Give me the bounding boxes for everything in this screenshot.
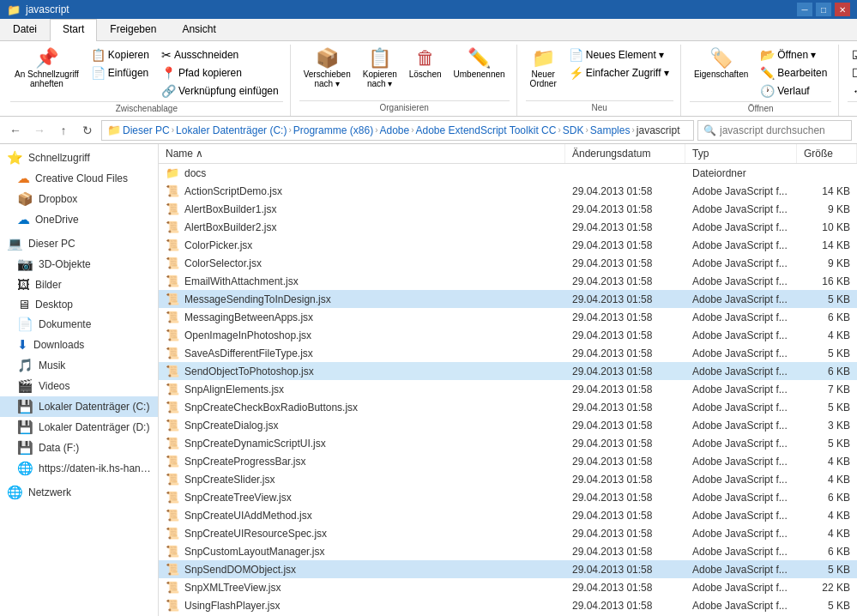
table-row[interactable]: 📜 SnpCreateCheckBoxRadioButtons.jsx 29.0… — [159, 398, 857, 416]
file-name: SnpCreateTreeView.jsx — [184, 492, 292, 504]
properties-button[interactable]: 🏷️ Eigenschaften — [690, 46, 752, 82]
sidebar-item-onedrive[interactable]: ☁ OneDrive — [0, 209, 158, 230]
address-path[interactable]: 📁 Dieser PC › Lokaler Datenträger (C:) ›… — [101, 120, 694, 141]
up-button[interactable]: ↑ — [53, 120, 74, 141]
tab-ansicht[interactable]: Ansicht — [169, 19, 228, 40]
sidebar-item-c-drive[interactable]: 💾 Lokaler Datenträger (C:) — [0, 396, 158, 417]
table-row[interactable]: 📜 SnpCustomLayoutManager.jsx 29.04.2013 … — [159, 542, 857, 560]
path-c-drive[interactable]: Lokaler Datenträger (C:) — [176, 124, 287, 136]
copy-button[interactable]: 📋 Kopieren — [87, 46, 154, 63]
sidebar-item-dieser-pc[interactable]: 💻 Dieser PC — [0, 233, 158, 254]
sidebar-item-desktop[interactable]: 🖥 Desktop — [0, 294, 158, 314]
cut-button[interactable]: ✂ Ausschneiden — [157, 46, 283, 63]
path-sdk[interactable]: SDK — [563, 124, 584, 136]
path-samples[interactable]: Samples — [590, 124, 631, 136]
easy-access-button[interactable]: ⚡ Einfacher Zugriff ▾ — [564, 64, 673, 82]
select-label: Auswählen — [848, 101, 857, 113]
invert-selection-button[interactable]: ↔ Auswahl umkehren — [848, 82, 857, 100]
sidebar-item-videos[interactable]: 🎬 Videos — [0, 376, 158, 396]
table-row[interactable]: 📜 SnpXMLTreeView.jsx 29.04.2013 01:58 Ad… — [159, 578, 857, 596]
col-header-date[interactable]: Änderungsdatum — [565, 144, 685, 163]
sidebar-item-bilder[interactable]: 🖼 Bilder — [0, 275, 158, 294]
select-none-button[interactable]: ☐ Nichts auswählen — [848, 64, 857, 82]
col-header-size[interactable]: Größe — [797, 144, 857, 163]
table-row[interactable]: 📜 AlertBoxBuilder1.jsx 29.04.2013 01:58 … — [159, 200, 857, 218]
delete-button[interactable]: 🗑 Löschen — [405, 46, 446, 82]
table-row[interactable]: 📜 SnpCreateUIAddMethod.jsx 29.04.2013 01… — [159, 506, 857, 524]
file-cell-date: 29.04.2013 01:58 — [565, 544, 685, 559]
back-button[interactable]: ← — [5, 120, 26, 141]
paste-button[interactable]: 📄 Einfügen — [87, 64, 154, 82]
table-row[interactable]: 📜 ColorPicker.jsx 29.04.2013 01:58 Adobe… — [159, 236, 857, 254]
forward-button[interactable]: → — [29, 120, 50, 141]
table-row[interactable]: 📜 SnpCreateSlider.jsx 29.04.2013 01:58 A… — [159, 470, 857, 488]
sidebar-item-downloads[interactable]: ⬇ Downloads — [0, 335, 158, 355]
table-row[interactable]: 📁 docs Dateiordner — [159, 164, 857, 182]
path-programme[interactable]: Programme (x86) — [293, 124, 373, 136]
maximize-button[interactable]: □ — [816, 3, 831, 16]
copy-path-button[interactable]: 📍 Pfad kopieren — [157, 64, 283, 82]
pin-quickaccess-button[interactable]: 📌 An Schnellzugriffanheften — [10, 46, 83, 91]
table-row[interactable]: 📜 AlertBoxBuilder2.jsx 29.04.2013 01:58 … — [159, 218, 857, 236]
table-row[interactable]: 📜 MessagingBetweenApps.jsx 29.04.2013 01… — [159, 308, 857, 326]
file-name: MessageSendingToInDesign.jsx — [184, 293, 331, 305]
copy-to-button[interactable]: 📋 Kopierennach ▾ — [359, 46, 401, 91]
search-box[interactable]: 🔍 — [697, 120, 852, 141]
sidebar-item-musik[interactable]: 🎵 Musik — [0, 355, 158, 376]
file-name: AlertBoxBuilder2.jsx — [184, 221, 276, 233]
tab-datei[interactable]: Datei — [0, 19, 50, 40]
sidebar-item-dropbox[interactable]: 📦 Dropbox — [0, 189, 158, 209]
table-row[interactable]: 📜 SnpCreateProgressBar.jsx 29.04.2013 01… — [159, 452, 857, 470]
col-header-type[interactable]: Typ — [685, 144, 797, 163]
edit-button[interactable]: ✏️ Bearbeiten — [756, 64, 831, 82]
path-javascript[interactable]: javascript — [637, 124, 680, 136]
new-item-button[interactable]: 📄 Neues Element ▾ — [564, 46, 673, 63]
table-row[interactable]: 📜 OpenImageInPhotoshop.jsx 29.04.2013 01… — [159, 326, 857, 344]
main-content: ⭐ Schnellzugriff ☁ Creative Cloud Files … — [0, 144, 857, 616]
table-row[interactable]: 📜 SaveAsDifferentFileType.jsx 29.04.2013… — [159, 344, 857, 362]
path-toolkit[interactable]: Adobe ExtendScript Toolkit CC — [416, 124, 557, 136]
sidebar-item-z-drive[interactable]: 🌐 https://daten-ik.hs-hannover.de/campus… — [0, 458, 158, 479]
table-row[interactable]: 📜 SnpSendDOMObject.jsx 29.04.2013 01:58 … — [159, 560, 857, 578]
path-adobe[interactable]: Adobe — [379, 124, 409, 136]
tab-start[interactable]: Start — [50, 19, 97, 41]
table-row[interactable]: 📜 ColorSelector.jsx 29.04.2013 01:58 Ado… — [159, 254, 857, 272]
close-button[interactable]: ✕ — [835, 3, 850, 16]
table-row[interactable]: 📜 SnpCreateUIResourceSpec.jsx 29.04.2013… — [159, 524, 857, 542]
path-dieser-pc[interactable]: Dieser PC — [123, 124, 170, 136]
table-row[interactable]: 📜 SnpCreateDialog.jsx 29.04.2013 01:58 A… — [159, 416, 857, 434]
select-all-button[interactable]: ☑ Alles auswählen — [848, 46, 857, 63]
tab-freigeben[interactable]: Freigeben — [97, 19, 169, 40]
sidebar-item-creative-cloud[interactable]: ☁ Creative Cloud Files — [0, 168, 158, 189]
sidebar-item-quickaccess[interactable]: ⭐ Schnellzugriff — [0, 148, 158, 168]
move-to-button[interactable]: 📦 Verschiebennach ▾ — [299, 46, 355, 91]
file-icon: 📜 — [166, 383, 179, 396]
table-row[interactable]: 📜 SnpCreateDynamicScriptUI.jsx 29.04.201… — [159, 434, 857, 452]
sidebar-item-3d-objekte[interactable]: 📷 3D-Objekte — [0, 254, 158, 275]
search-input[interactable] — [720, 124, 846, 136]
sidebar-item-f-drive[interactable]: 💾 Data (F:) — [0, 438, 158, 458]
sidebar-item-d-drive[interactable]: 💾 Lokaler Datenträger (D:) — [0, 417, 158, 438]
new-folder-icon: 📁 — [532, 49, 555, 68]
open-button[interactable]: 📂 Öffnen ▾ — [756, 46, 831, 63]
table-row[interactable]: 📜 MessageSendingToInDesign.jsx 29.04.201… — [159, 290, 857, 308]
sidebar-item-netzwerk[interactable]: 🌐 Netzwerk — [0, 482, 158, 503]
new-folder-button[interactable]: 📁 NeuerOrdner — [526, 46, 561, 91]
rename-button[interactable]: ✏️ Umbenennen — [450, 46, 510, 82]
table-row[interactable]: 📜 SendObjectToPhotoshop.jsx 29.04.2013 0… — [159, 362, 857, 380]
table-row[interactable]: 📜 EmailWithAttachment.jsx 29.04.2013 01:… — [159, 272, 857, 290]
table-row[interactable]: 📜 ActionScriptDemo.jsx 29.04.2013 01:58 … — [159, 182, 857, 200]
file-name: SnpAlignElements.jsx — [184, 383, 284, 396]
z-drive-icon: 🌐 — [17, 461, 33, 476]
select-all-icon: ☑ — [852, 48, 857, 62]
table-row[interactable]: 📜 UsingFlashPlayer.jsx 29.04.2013 01:58 … — [159, 596, 857, 614]
refresh-button[interactable]: ↻ — [77, 120, 98, 141]
minimize-button[interactable]: ─ — [797, 3, 812, 16]
table-row[interactable]: 📜 SnpAlignElements.jsx 29.04.2013 01:58 … — [159, 380, 857, 398]
d-drive-icon: 💾 — [17, 420, 33, 435]
col-header-name[interactable]: Name ∧ — [159, 144, 565, 163]
sidebar-item-dokumente[interactable]: 📄 Dokumente — [0, 314, 158, 335]
paste-link-button[interactable]: 🔗 Verknüpfung einfügen — [157, 82, 283, 100]
table-row[interactable]: 📜 SnpCreateTreeView.jsx 29.04.2013 01:58… — [159, 488, 857, 506]
history-button[interactable]: 🕐 Verlauf — [756, 82, 831, 100]
